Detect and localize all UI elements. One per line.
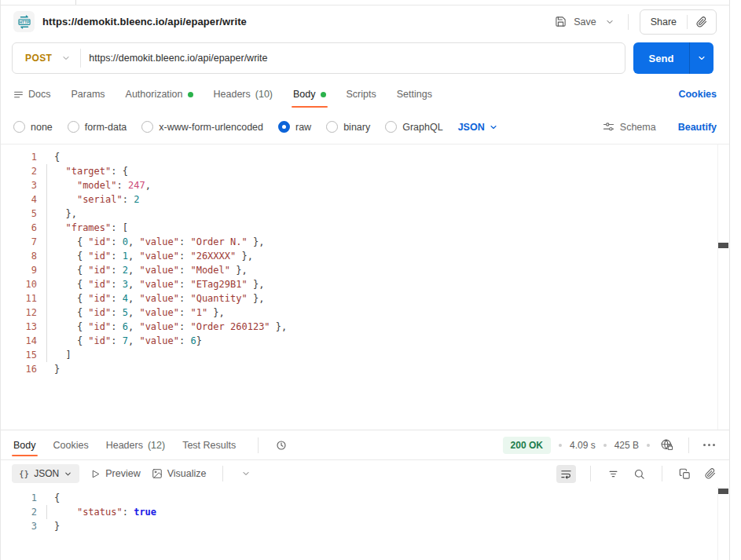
tab-body-label: Body <box>293 89 316 100</box>
divider <box>258 437 259 453</box>
response-tab-headers[interactable]: Headers (12) <box>106 430 165 459</box>
visualize-button[interactable]: Visualize <box>152 468 207 479</box>
scrollbar-track[interactable] <box>717 487 729 560</box>
response-tab-body[interactable]: Body <box>13 430 36 459</box>
more-options-icon[interactable] <box>702 442 717 448</box>
history-wrap <box>253 437 290 454</box>
cookies-link[interactable]: Cookies <box>678 89 717 100</box>
visualize-label: Visualize <box>167 468 207 479</box>
visualize-options-chevron[interactable] <box>239 467 253 481</box>
save-icon <box>552 13 569 30</box>
link-icon[interactable] <box>702 466 718 481</box>
tab-params-label: Params <box>71 89 105 100</box>
save-button[interactable]: Save <box>552 13 596 30</box>
url-input[interactable]: https://demokit.bleenc.io/api/epaper/wri… <box>89 53 267 64</box>
body-type-options: none form-data x-www-form-urlencoded raw… <box>1 110 729 144</box>
image-icon <box>152 468 163 479</box>
request-editor[interactable]: 12345678910111213141516 { "target": { "m… <box>1 144 729 430</box>
line-number-gutter: 123 <box>1 491 37 560</box>
radio-none-label: none <box>31 122 53 133</box>
radio-circle[interactable] <box>326 121 338 133</box>
save-options-chevron[interactable] <box>603 15 617 29</box>
right-rail <box>730 0 741 560</box>
divider <box>222 466 223 481</box>
radio-circle[interactable] <box>13 121 25 133</box>
language-select[interactable]: JSON <box>458 122 498 133</box>
copy-link-icon[interactable] <box>688 16 716 27</box>
response-json-code[interactable]: { "status": true} <box>37 491 156 560</box>
http-request-icon: HTTP <box>13 11 35 32</box>
radio-binary[interactable]: binary <box>326 121 370 133</box>
radio-urlencoded[interactable]: x-www-form-urlencoded <box>141 121 263 133</box>
tab-docs-label: Docs <box>28 89 50 100</box>
header-actions: Save Share <box>552 9 717 35</box>
method-chevron-icon[interactable] <box>61 53 71 63</box>
radio-raw[interactable]: raw <box>278 121 311 133</box>
tab-body[interactable]: Body <box>293 79 326 110</box>
response-meta: 200 OK 4.09 s 425 B <box>503 436 717 454</box>
response-tab-test-results-label: Test Results <box>182 440 236 451</box>
send-button[interactable]: Send <box>633 42 713 74</box>
response-headers-count: (12) <box>148 440 165 451</box>
tab-settings[interactable]: Settings <box>397 79 432 110</box>
send-options-chevron[interactable] <box>690 42 713 74</box>
tab-authorization[interactable]: Authorization <box>126 79 193 110</box>
schema-button[interactable]: Schema <box>603 121 656 133</box>
tab-headers[interactable]: Headers (10) <box>214 79 273 110</box>
radio-raw-label: raw <box>295 122 311 133</box>
wrap-lines-button[interactable] <box>556 465 576 483</box>
search-icon[interactable] <box>631 466 647 482</box>
app-window: HTTP https://demokit.bleenc.io/api/epape… <box>0 0 741 560</box>
radio-circle-checked[interactable] <box>278 121 290 133</box>
response-tab-test-results[interactable]: Test Results <box>182 430 236 459</box>
share-button[interactable]: Share <box>640 16 687 27</box>
active-tab-underline <box>292 106 328 108</box>
request-json-code[interactable]: { "target": { "model": 247, "serial": 2 … <box>37 150 287 430</box>
response-tab-cookies[interactable]: Cookies <box>53 430 89 459</box>
tab-docs[interactable]: Docs <box>13 79 50 110</box>
radio-form-data[interactable]: form-data <box>68 121 127 133</box>
response-tab-body-label: Body <box>13 440 36 451</box>
scrollbar-track[interactable] <box>717 145 729 430</box>
radio-circle[interactable] <box>141 121 153 133</box>
svg-text:HTTP: HTTP <box>19 20 30 24</box>
chevron-down-icon <box>489 123 498 132</box>
filter-icon[interactable] <box>605 466 622 482</box>
preview-button[interactable]: Preview <box>90 468 140 479</box>
response-history-icon[interactable] <box>273 437 290 454</box>
response-editor[interactable]: 123 { "status": true} <box>1 487 729 560</box>
dot-separator <box>559 444 562 447</box>
green-dot-indicator <box>188 92 193 97</box>
radio-circle[interactable] <box>385 121 397 133</box>
tab-divider <box>75 0 76 5</box>
beautify-button[interactable]: Beautify <box>678 122 717 133</box>
scrollbar-thumb[interactable] <box>718 489 728 494</box>
request-title: https://demokit.bleenc.io/api/epaper/wri… <box>42 16 545 27</box>
radio-binary-label: binary <box>343 122 370 133</box>
method-select[interactable]: POST <box>13 53 61 64</box>
wrap-lines-icon <box>560 468 572 480</box>
tab-scripts-label: Scripts <box>347 89 376 100</box>
copy-icon[interactable] <box>677 466 693 482</box>
language-label: JSON <box>458 122 485 133</box>
response-tab-headers-label: Headers <box>106 440 143 451</box>
network-info-icon[interactable] <box>658 436 676 454</box>
editor-actions: Schema Beautify <box>603 121 717 133</box>
active-tab-underline <box>12 455 38 456</box>
radio-none[interactable]: none <box>13 121 53 133</box>
tab-params[interactable]: Params <box>71 79 105 110</box>
divider <box>80 49 81 68</box>
divider <box>590 466 591 481</box>
response-format-select[interactable]: {} JSON <box>12 464 79 483</box>
headers-count: (10) <box>255 89 273 100</box>
radio-circle[interactable] <box>68 121 79 133</box>
scrollbar-thumb[interactable] <box>718 243 728 248</box>
tab-scripts[interactable]: Scripts <box>347 79 376 110</box>
divider <box>688 437 689 453</box>
braces-icon: {} <box>19 469 29 479</box>
send-label[interactable]: Send <box>633 42 690 74</box>
green-dot-indicator <box>321 92 326 97</box>
radio-graphql[interactable]: GraphQL <box>385 121 442 133</box>
url-input-box: POST https://demokit.bleenc.io/api/epape… <box>12 42 625 74</box>
request-header: HTTP https://demokit.bleenc.io/api/epape… <box>1 5 729 38</box>
